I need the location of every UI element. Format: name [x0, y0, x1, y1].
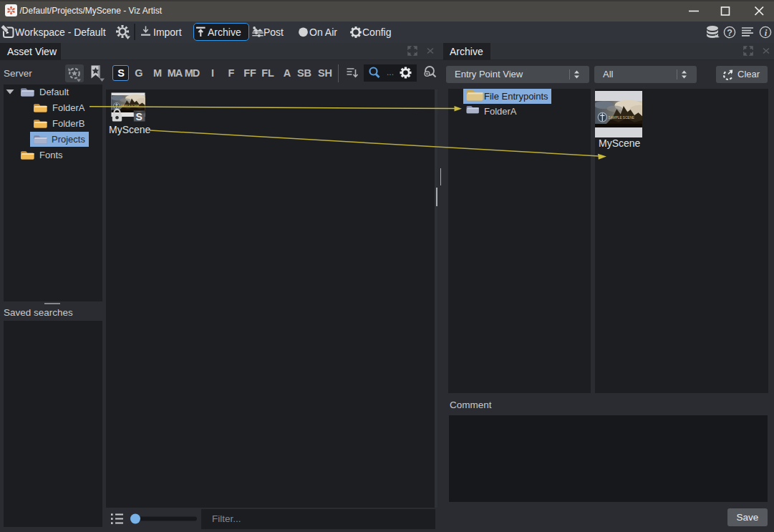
svg-text:...: ...: [387, 67, 394, 77]
svg-text:?: ?: [727, 28, 732, 38]
svg-text:i: i: [765, 27, 768, 38]
svg-text:S: S: [136, 110, 142, 122]
